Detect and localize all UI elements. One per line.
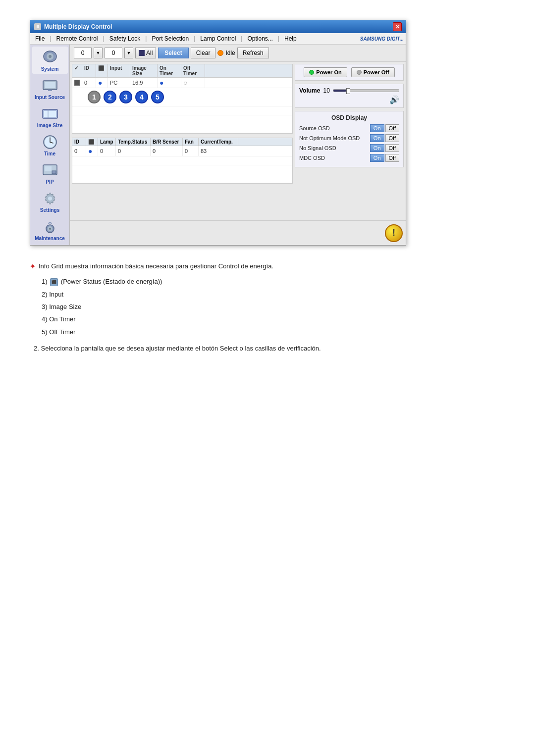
menu-safety-lock[interactable]: Safety Lock xyxy=(107,34,144,43)
id-dropdown-2[interactable]: ▼ xyxy=(124,48,133,58)
id-input-2[interactable] xyxy=(105,48,122,58)
circle-5: 5 xyxy=(151,91,164,103)
refresh-button[interactable]: Refresh xyxy=(237,48,269,58)
menu-remote-control[interactable]: Remote Control xyxy=(53,34,101,43)
osd-source-on[interactable]: On xyxy=(370,124,384,132)
row-offtimer: ○ xyxy=(181,78,205,88)
volume-speaker-icon[interactable]: 🔊 xyxy=(389,95,399,104)
all-button[interactable]: All xyxy=(135,48,156,58)
sidebar-label-input-source: Input Source xyxy=(35,95,65,100)
osd-notoptimum-label: Not Optimum Mode OSD xyxy=(299,135,360,141)
bottom-panel: ! xyxy=(70,220,406,245)
osd-nosignal-on[interactable]: On xyxy=(370,144,384,152)
menu-options[interactable]: Options... xyxy=(244,34,275,43)
power-off-button[interactable]: Power Off xyxy=(351,67,395,77)
osd-source-label: Source OSD xyxy=(299,125,330,131)
lamp-empty-3 xyxy=(72,174,292,183)
notes-item-3-text: Image Size xyxy=(49,303,81,310)
lamp-header-lamp: Lamp xyxy=(98,138,116,146)
clear-button[interactable]: Clear xyxy=(191,48,216,58)
note-2: 2. Selecciona la pantalla que se desea a… xyxy=(34,343,505,354)
empty-row-3 xyxy=(72,124,292,133)
titlebar: 🖥 Multiple Display Control ✕ xyxy=(30,20,406,33)
sidebar-item-time[interactable]: Time xyxy=(32,131,68,158)
osd-nosignal-off[interactable]: Off xyxy=(385,144,399,152)
input-source-icon xyxy=(40,77,60,95)
menu-file[interactable]: File xyxy=(32,34,48,43)
toolbar: ▼ ▼ All Select Clear Idle Refresh xyxy=(70,45,406,62)
notes-list-item-5: 5) Off Timer xyxy=(42,326,505,338)
sidebar-item-image-size[interactable]: Image Size xyxy=(32,103,68,130)
svg-point-20 xyxy=(49,228,51,230)
menu-help[interactable]: Help xyxy=(281,34,300,43)
osd-source-buttons: On Off xyxy=(370,124,399,132)
titlebar-left: 🖥 Multiple Display Control xyxy=(34,23,112,30)
lamp-row-pwr: ● xyxy=(86,146,98,156)
row-checkbox[interactable] xyxy=(74,80,80,86)
numbered-circles-row: 1 2 3 4 5 xyxy=(72,88,292,106)
sidebar-item-input-source[interactable]: Input Source xyxy=(32,75,68,102)
sidebar-item-maintenance[interactable]: Maintenance xyxy=(32,216,68,243)
notes-item-1-text: (Power Status (Estado de energía)) xyxy=(61,278,162,285)
main-window: 🖥 Multiple Display Control ✕ File | Remo… xyxy=(30,20,406,246)
all-label: All xyxy=(146,50,153,56)
sidebar-item-system[interactable]: System xyxy=(32,47,68,74)
close-button[interactable]: ✕ xyxy=(393,22,402,31)
sidebar-label-system: System xyxy=(41,66,59,72)
notes-list-item-3: 3) Image Size xyxy=(42,301,505,312)
id-input-1[interactable] xyxy=(74,48,92,58)
power-on-label: Power On xyxy=(316,69,341,75)
osd-mdc-off[interactable]: Off xyxy=(385,154,399,162)
volume-row: Volume 10 xyxy=(299,87,399,94)
osd-row-nosignal: No Signal OSD On Off xyxy=(299,144,399,152)
row-imgsize: 16:9 xyxy=(130,78,158,88)
samsung-logo: SAMSUNG DIGIT... xyxy=(360,36,404,42)
osd-panel: OSD Display Source OSD On Off Not Optimu… xyxy=(295,111,404,167)
menu-lamp-control[interactable]: Lamp Control xyxy=(197,34,239,43)
osd-row-notoptimum: Not Optimum Mode OSD On Off xyxy=(299,134,399,142)
app-icon: 🖥 xyxy=(34,23,41,30)
lamp-row-fan: 0 xyxy=(183,146,199,156)
osd-source-off[interactable]: Off xyxy=(385,124,399,132)
star-icon: ✦ xyxy=(30,260,36,273)
pip-icon xyxy=(40,161,60,179)
id-dropdown-1[interactable]: ▼ xyxy=(94,48,103,58)
info-grid-header: ✓ ID ⬛ Input Image Size On Timer Off Tim… xyxy=(72,64,292,78)
osd-notoptimum-on[interactable]: On xyxy=(370,134,384,142)
lamp-header: ID ⬛ Lamp Temp.Status B/R Senser Fan Cur… xyxy=(72,138,292,146)
row-check[interactable] xyxy=(72,78,82,88)
svg-point-17 xyxy=(48,197,52,201)
menu-port-selection[interactable]: Port Selection xyxy=(149,34,192,43)
lamp-header-temp: Temp.Status xyxy=(116,138,151,146)
lamp-row-0: 0 ● 0 0 0 0 83 xyxy=(72,146,292,156)
power-status-icon: ⬛ xyxy=(50,278,58,286)
lamp-header-id: ID xyxy=(72,138,86,146)
main-panel: ▼ ▼ All Select Clear Idle Refresh xyxy=(70,45,406,245)
power-on-dot xyxy=(309,70,314,75)
svg-rect-4 xyxy=(45,82,55,88)
osd-row-mdc: MDC OSD On Off xyxy=(299,154,399,162)
lamp-row-curtemp: 83 xyxy=(199,146,238,156)
osd-nosignal-buttons: On Off xyxy=(370,144,399,152)
volume-slider[interactable] xyxy=(333,89,399,92)
sidebar-item-settings[interactable]: Settings xyxy=(32,188,68,215)
power-panel: Power On Power Off xyxy=(295,64,404,81)
circle-4: 4 xyxy=(135,91,148,103)
sidebar-label-time: Time xyxy=(44,151,55,156)
volume-icon-row: 🔊 xyxy=(299,95,399,104)
sidebar-label-settings: Settings xyxy=(40,207,59,213)
right-content: Power On Power Off Volume 10 xyxy=(295,64,404,218)
circle-2: 2 xyxy=(104,91,116,103)
volume-thumb[interactable] xyxy=(346,88,350,94)
select-button[interactable]: Select xyxy=(158,48,188,58)
menubar: File | Remote Control | Safety Lock | Po… xyxy=(30,33,406,45)
power-on-button[interactable]: Power On xyxy=(304,67,347,77)
content-area: ✓ ID ⬛ Input Image Size On Timer Off Tim… xyxy=(70,62,406,220)
window-body: System Input Source xyxy=(30,45,406,245)
osd-mdc-on[interactable]: On xyxy=(370,154,384,162)
svg-rect-14 xyxy=(45,166,52,171)
warning-icon: ! xyxy=(385,224,403,242)
sidebar-item-pip[interactable]: PIP xyxy=(32,159,68,187)
maintenance-icon xyxy=(40,218,60,236)
osd-notoptimum-off[interactable]: Off xyxy=(385,134,399,142)
